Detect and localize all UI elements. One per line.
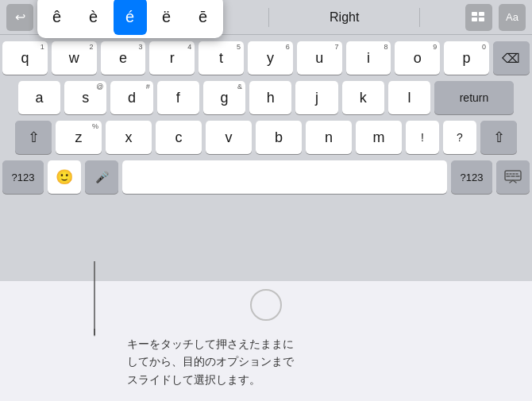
mic-key[interactable]: 🎤 (85, 160, 118, 194)
key-row-2: a @s #d f &g h j k l return (2, 81, 530, 114)
key-c[interactable]: c (156, 121, 202, 154)
key-row-4: ?123 🙂 🎤 ?123 (2, 160, 530, 194)
key-v[interactable]: v (206, 121, 252, 154)
svg-marker-13 (94, 329, 95, 337)
key-row-1: 1q 2w 3e ė ę ê è é ë ē (2, 41, 530, 75)
key-d[interactable]: #d (110, 81, 152, 114)
shift-key-left[interactable]: ⇧ (15, 121, 52, 154)
home-area (0, 281, 532, 329)
popup-key-eumlaut[interactable]: ë (150, 0, 183, 35)
key-h[interactable]: h (249, 81, 291, 114)
key-n[interactable]: n (306, 121, 352, 154)
key-o[interactable]: 9o (395, 41, 440, 75)
key-w[interactable]: 2w (52, 41, 97, 75)
space-key[interactable] (122, 160, 447, 194)
key-k[interactable]: k (342, 81, 384, 114)
key-q[interactable]: 1q (2, 41, 48, 75)
grid-icon-button[interactable] (465, 4, 492, 31)
autocomplete-word2[interactable]: Right (317, 6, 372, 29)
shift-key-right[interactable]: ⇧ (480, 121, 517, 154)
svg-rect-4 (505, 171, 521, 180)
emoji-key[interactable]: 🙂 (48, 160, 81, 194)
key-f[interactable]: f (157, 81, 199, 114)
divider-center (268, 8, 269, 27)
key-e[interactable]: 3e ė ę ê è é ë ē (101, 41, 146, 75)
number-key-right[interactable]: ?123 (451, 160, 492, 194)
key-s[interactable]: @s (64, 81, 106, 114)
text-format-button[interactable]: Aa (499, 4, 526, 31)
key-y[interactable]: 6y (248, 41, 293, 75)
return-key[interactable]: return (434, 81, 514, 114)
key-question[interactable]: ? (443, 121, 476, 154)
key-j[interactable]: j (295, 81, 337, 114)
divider-right (419, 8, 420, 27)
home-button[interactable] (250, 289, 282, 321)
annotation-text: キーをタッチして押さえたままに してから、目的のオプションまで スライドして選択… (127, 335, 516, 388)
key-u[interactable]: 7u (297, 41, 342, 75)
popup-key-ecircumflex[interactable]: ê (40, 0, 74, 35)
svg-rect-2 (472, 17, 477, 21)
annotation-area: キーをタッチして押さえたままに してから、目的のオプションまで スライドして選択… (0, 329, 532, 401)
popup-key-egrave[interactable]: è (77, 0, 110, 35)
number-key[interactable]: ?123 (2, 160, 44, 194)
key-i[interactable]: 8i (346, 41, 391, 75)
keyboard-dismiss-key[interactable] (496, 160, 530, 194)
key-b[interactable]: b (256, 121, 302, 154)
key-r[interactable]: 4r (149, 41, 195, 75)
svg-rect-1 (479, 12, 484, 16)
key-l[interactable]: l (388, 81, 430, 114)
svg-rect-3 (479, 17, 484, 21)
key-z[interactable]: %z (56, 121, 102, 154)
character-popup: ė ę ê è é ë ē (37, 0, 223, 38)
key-m[interactable]: m (356, 121, 402, 154)
key-row-3: ⇧ %z x c v b n m ! ? ⇧ (2, 121, 530, 154)
key-exclamation[interactable]: ! (406, 121, 439, 154)
svg-rect-0 (472, 12, 477, 16)
key-x[interactable]: x (106, 121, 152, 154)
keyboard: 1q 2w 3e ė ę ê è é ë ē (0, 35, 532, 281)
key-p[interactable]: 0p (444, 41, 489, 75)
undo-button[interactable]: ↩ (6, 4, 33, 31)
key-g[interactable]: &g (203, 81, 245, 114)
backspace-button[interactable]: ⌫ (493, 41, 530, 75)
popup-key-emacron[interactable]: ē (187, 0, 220, 35)
key-t[interactable]: 5t (199, 41, 244, 75)
popup-key-eacute[interactable]: é (114, 0, 147, 35)
annotation-line (94, 261, 95, 337)
key-a[interactable]: a (18, 81, 60, 114)
toolbar-right: Aa (465, 4, 526, 31)
popup-main-row: ê è é ë ē (37, 0, 223, 38)
